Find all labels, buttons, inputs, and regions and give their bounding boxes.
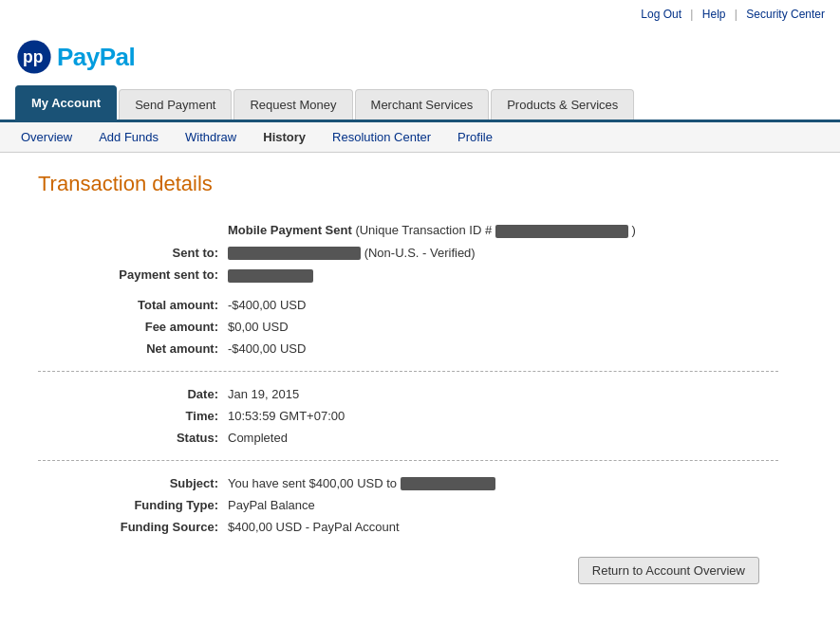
time-row: Time: 10:53:59 GMT+07:00 bbox=[38, 405, 778, 427]
security-center-link[interactable]: Security Center bbox=[746, 8, 825, 21]
subnav-overview[interactable]: Overview bbox=[8, 122, 85, 152]
funding-source-row: Funding Source: $400,00 USD - PayPal Acc… bbox=[38, 516, 778, 538]
date-row: Date: Jan 19, 2015 bbox=[38, 383, 778, 405]
subject-prefix: You have sent $400,00 USD to bbox=[228, 476, 401, 490]
funding-type-label: Funding Type: bbox=[38, 498, 228, 512]
fee-amount-row: Fee amount: $0,00 USD bbox=[38, 316, 778, 338]
payment-sent-to-row: Payment sent to: fare@xxx bbox=[38, 264, 778, 286]
status-label: Status: bbox=[38, 431, 228, 445]
sent-to-redacted: name redacted bbox=[228, 247, 361, 260]
date-value: Jan 19, 2015 bbox=[228, 387, 778, 401]
time-value: 10:53:59 GMT+07:00 bbox=[228, 409, 778, 423]
funding-type-value: PayPal Balance bbox=[228, 498, 778, 512]
divider-1 bbox=[38, 371, 778, 372]
paypal-icon: pp bbox=[15, 38, 53, 76]
net-amount-label: Net amount: bbox=[38, 341, 228, 356]
tx-id-suffix: ) bbox=[631, 223, 635, 237]
net-amount-row: Net amount: -$400,00 USD bbox=[38, 338, 778, 359]
subnav-add-funds[interactable]: Add Funds bbox=[85, 122, 172, 152]
sent-to-noncitizen: Non-U.S. - Verified) bbox=[368, 246, 476, 260]
svg-text:pp: pp bbox=[23, 47, 44, 66]
transaction-id-redacted: 8xxxxxxxxxxxxxxx bbox=[495, 225, 628, 238]
net-amount-value: -$400,00 USD bbox=[228, 341, 778, 356]
fee-amount-label: Fee amount: bbox=[38, 320, 228, 334]
paypal-logo-text: PayPal bbox=[57, 43, 135, 72]
subject-name-redacted: redacted bbox=[401, 477, 495, 490]
main-nav: My Account Send Payment Request Money Me… bbox=[15, 85, 825, 120]
divider-2 bbox=[38, 460, 778, 461]
sent-to-label: Sent to: bbox=[38, 246, 228, 261]
payment-sent-to-value: fare@xxx bbox=[228, 267, 778, 283]
subject-row: Subject: You have sent $400,00 USD to re… bbox=[38, 472, 778, 495]
nav-merchant-services[interactable]: Merchant Services bbox=[355, 89, 490, 120]
separator-2: | bbox=[735, 8, 737, 21]
transaction-type-value: Mobile Payment Sent (Unique Transaction … bbox=[228, 223, 778, 238]
paypal-logo: pp PayPal bbox=[15, 38, 135, 76]
subnav-resolution-center[interactable]: Resolution Center bbox=[319, 122, 444, 152]
nav-my-account[interactable]: My Account bbox=[15, 85, 117, 120]
fee-amount-value: $0,00 USD bbox=[228, 320, 778, 334]
subject-label: Subject: bbox=[38, 476, 228, 491]
subject-value: You have sent $400,00 USD to redacted bbox=[228, 476, 778, 491]
funding-source-value: $400,00 USD - PayPal Account bbox=[228, 520, 778, 534]
mobile-payment-sent: Mobile Payment Sent bbox=[228, 223, 352, 237]
return-to-overview-button[interactable]: Return to Account Overview bbox=[578, 557, 759, 584]
subnav-withdraw[interactable]: Withdraw bbox=[172, 122, 250, 152]
subnav-profile[interactable]: Profile bbox=[444, 122, 506, 152]
date-label: Date: bbox=[38, 387, 228, 401]
funding-type-row: Funding Type: PayPal Balance bbox=[38, 494, 778, 516]
nav-products-services[interactable]: Products & Services bbox=[491, 89, 634, 120]
total-amount-row: Total amount: -$400,00 USD bbox=[38, 294, 778, 316]
logo-area: pp PayPal bbox=[15, 38, 825, 76]
status-row: Status: Completed bbox=[38, 427, 778, 449]
top-bar: Log Out | Help | Security Center bbox=[0, 0, 840, 28]
status-value: Completed bbox=[228, 431, 778, 445]
tx-id-prefix: (Unique Transaction ID # bbox=[355, 223, 495, 237]
main-content: Transaction details Mobile Payment Sent … bbox=[0, 153, 816, 622]
total-amount-value: -$400,00 USD bbox=[228, 298, 778, 312]
separator-1: | bbox=[690, 8, 693, 21]
time-label: Time: bbox=[38, 409, 228, 423]
total-amount-label: Total amount: bbox=[38, 298, 228, 312]
subnav-history[interactable]: History bbox=[250, 122, 319, 152]
page-title: Transaction details bbox=[38, 172, 778, 196]
sent-to-row: Sent to: name redacted (Non-U.S. - Verif… bbox=[38, 242, 778, 265]
payment-sent-to-label: Payment sent to: bbox=[38, 267, 228, 283]
button-area: Return to Account Overview bbox=[38, 538, 778, 603]
sub-nav: Overview Add Funds Withdraw History Reso… bbox=[0, 122, 840, 153]
logout-link[interactable]: Log Out bbox=[641, 8, 681, 21]
nav-send-payment[interactable]: Send Payment bbox=[119, 89, 232, 120]
sent-to-value: name redacted (Non-U.S. - Verified) bbox=[228, 246, 778, 261]
transaction-type-label bbox=[38, 223, 228, 238]
funding-source-label: Funding Source: bbox=[38, 520, 228, 534]
help-link[interactable]: Help bbox=[702, 8, 726, 21]
nav-request-money[interactable]: Request Money bbox=[233, 89, 352, 120]
header: pp PayPal My Account Send Payment Reques… bbox=[0, 28, 840, 122]
payment-sent-to-redacted: fare@xxx bbox=[228, 269, 313, 283]
transaction-type-row: Mobile Payment Sent (Unique Transaction … bbox=[38, 219, 778, 242]
